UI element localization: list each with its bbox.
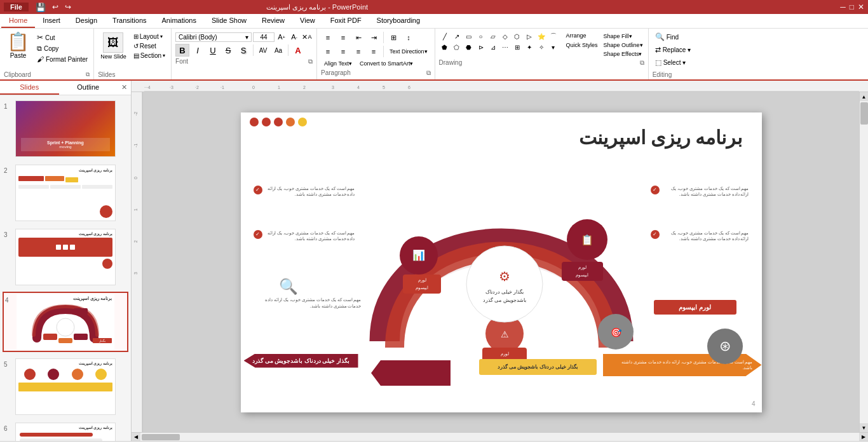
tab-review[interactable]: Review [254,14,292,28]
shape-tool-11[interactable]: ⬠ [451,42,463,52]
file-button[interactable]: File [4,3,29,11]
justify-btn[interactable]: ≡ [367,45,381,58]
font-size-input[interactable]: 44 [253,32,275,42]
scroll-up-btn[interactable]: ▲ [860,92,869,101]
line-tool[interactable]: ╱ [439,31,451,41]
align-center-btn[interactable]: ≡ [336,45,350,58]
shape-tool-17[interactable]: ✦ [524,42,535,52]
minimize-btn[interactable]: ─ [840,3,846,11]
align-right-btn[interactable]: ≡ [351,45,365,58]
bold-btn[interactable]: B [175,44,189,57]
tab-slideshow[interactable]: Slide Show [204,14,254,28]
close-panel-btn[interactable]: ✕ [118,81,131,95]
shape-tool-10[interactable]: ⬟ [439,42,451,52]
quick-access-undo[interactable]: ↩ [50,3,60,11]
decrease-indent-btn[interactable]: ⇤ [351,31,365,44]
arrow-tool[interactable]: ↗ [451,31,463,41]
shape-tool-12[interactable]: ⬣ [463,42,475,52]
shapes-more[interactable]: ▾ [548,42,559,52]
slide-item-5[interactable]: 5 برنامه ریزی اسپرینت [3,357,128,416]
slide-item-4[interactable]: 4 برنامه ریزی اسپرینت [3,292,128,352]
char-spacing-btn[interactable]: AV [256,44,270,57]
layout-button[interactable]: ⊞ Layout ▾ [132,32,167,41]
outline-tab[interactable]: Outline [59,81,118,95]
close-btn[interactable]: ✕ [858,3,864,11]
main-slide[interactable]: برنامه ریزی اسپرینت مهم است که یک خدمات … [241,112,762,412]
scroll-down-btn[interactable]: ▼ [860,423,869,432]
select-btn[interactable]: ⬚ Select▾ [653,57,709,68]
shape-tool-8[interactable]: ⭐ [536,31,547,41]
align-text-btn[interactable]: Align Text▾ [321,59,355,68]
numbering-btn[interactable]: ≡ [336,31,350,44]
tab-view[interactable]: View [292,14,323,28]
quick-access-save[interactable]: 💾 [34,3,48,12]
clear-format-btn[interactable]: ✕A [301,31,313,43]
strikethrough-btn[interactable]: S [221,44,235,57]
drawing-group-expand[interactable]: ⧉ [640,59,644,67]
font-color-btn[interactable]: A [291,44,305,57]
notes-area[interactable]: Click to add notes [0,441,868,448]
slide-item-6[interactable]: 6 برنامه ریزی اسپرینت [3,421,128,441]
slide-item-2[interactable]: 2 برنامه ریزی اسپرینت [3,163,128,222]
clipboard-expand[interactable]: ⧉ [86,71,90,78]
arrange-btn[interactable]: Arrange [563,31,601,40]
shape-fill-btn[interactable]: Shape Fill▾ [602,32,644,40]
quick-styles-btn[interactable]: Quick Styles [563,41,601,50]
change-case-btn[interactable]: Aa [271,44,285,57]
font-name-selector[interactable]: Calibri (Body) ▾ [175,32,252,42]
shape-tool-16[interactable]: ⊞ [512,42,523,52]
shape-outline-btn[interactable]: Shape Outline▾ [602,41,644,49]
shape-tool-7[interactable]: ▷ [524,31,535,41]
rect-tool[interactable]: ▭ [463,31,475,41]
shape-tool-14[interactable]: ⊿ [487,42,499,52]
decrease-font-btn[interactable]: A- [288,31,300,43]
shape-tool-13[interactable]: ⊳ [475,42,487,52]
font-group-expand[interactable]: ⧉ [308,58,313,65]
copy-button[interactable]: ⧉ Copy [35,44,90,53]
quick-access-redo[interactable]: ↪ [63,3,73,11]
shape-tool-4[interactable]: ▱ [487,31,499,41]
bottom-scrollbar[interactable]: ◀ ▶ [132,432,868,441]
tab-animations[interactable]: Animations [154,14,204,28]
tab-design[interactable]: Design [68,14,105,28]
section-button[interactable]: ▤ Section ▾ [132,51,167,60]
italic-btn[interactable]: I [191,44,205,57]
format-painter-button[interactable]: 🖌 Format Painter [35,55,90,64]
slide-item-1[interactable]: 1 Sprint + Planning moving [3,99,128,158]
tab-insert[interactable]: Insert [35,14,68,28]
paragraph-group-expand[interactable]: ⧉ [426,69,431,77]
convert-smartart-btn[interactable]: Convert to SmartArt▾ [356,59,417,68]
right-scrollbar[interactable]: ▲ ▼ [859,92,868,432]
shape-tool-6[interactable]: ⬡ [512,31,523,41]
tab-transitions[interactable]: Transitions [105,14,154,28]
bullets-btn[interactable]: ≡ [321,31,335,44]
reset-button[interactable]: ↺ Reset [132,42,167,50]
oval-tool[interactable]: ○ [475,31,487,41]
cut-button[interactable]: ✂ Cut [35,32,90,43]
underline-btn[interactable]: U [206,44,220,57]
shape-tool-18[interactable]: ✧ [536,42,547,52]
slides-tab[interactable]: Slides [0,81,59,95]
shape-effects-btn[interactable]: Shape Effects▾ [602,50,644,58]
line-spacing-btn[interactable]: ↕ [402,31,416,44]
replace-btn[interactable]: ⇄ Replace▾ [653,44,709,55]
maximize-btn[interactable]: □ [850,3,854,11]
find-btn[interactable]: 🔍 Find [653,31,709,43]
increase-indent-btn[interactable]: ⇥ [367,31,381,44]
slide-item-3[interactable]: 3 برنامه ریزی اسپرینت [3,227,128,287]
scroll-left-btn[interactable]: ◀ [132,433,140,442]
paste-button[interactable]: 📋 Paste [4,31,32,61]
scroll-right-btn[interactable]: ▶ [859,433,868,442]
tab-home[interactable]: Home [1,14,35,28]
text-direction-btn[interactable]: Text Direction▾ [386,47,431,56]
shape-tool-9[interactable]: ⌒ [548,31,559,41]
shape-tool-5[interactable]: ◇ [499,31,511,41]
align-left-btn[interactable]: ≡ [321,45,335,58]
shape-tool-15[interactable]: ⋯ [499,42,511,52]
tab-foxit[interactable]: Foxit PDF [323,14,369,28]
columns-btn[interactable]: ⊞ [386,31,400,44]
shadow-btn[interactable]: S [236,44,250,57]
new-slide-button[interactable]: 🖼 New Slide [98,31,129,61]
increase-font-btn[interactable]: A+ [276,31,287,43]
tab-storyboarding[interactable]: Storyboarding [369,14,428,28]
